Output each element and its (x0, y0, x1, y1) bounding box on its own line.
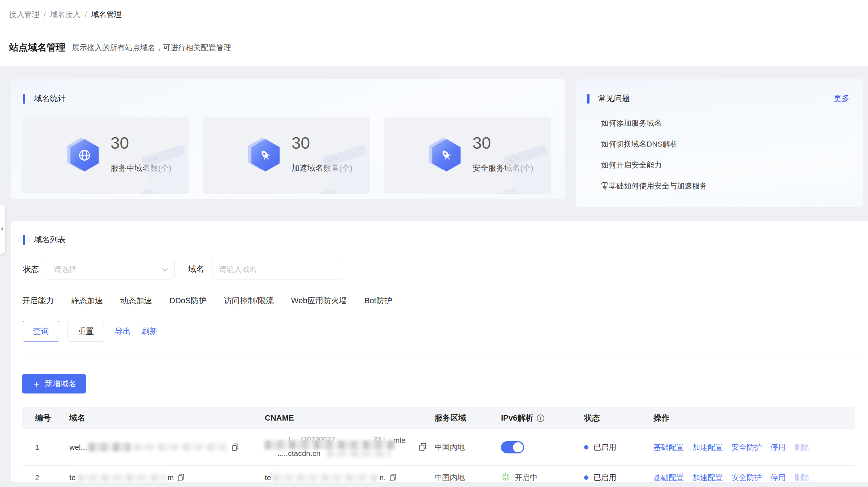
plus-icon: ＋ (32, 379, 41, 388)
faq-section-header: 常见问题 (587, 93, 630, 104)
cell-cname: te n. (265, 466, 435, 482)
domain-text: wel.., (69, 443, 87, 452)
delete-link-disabled[interactable]: 删除 (794, 473, 809, 482)
faq-more-link[interactable]: 更多 (834, 93, 850, 104)
stat-value-accelerated: 30 (292, 133, 310, 153)
rocket-hexagon-icon (251, 139, 280, 171)
copy-icon[interactable] (419, 443, 427, 452)
domain-table: 编号 域名 CNAME 服务区域 IPv6解析 i 状态 操作 1 wel.., (22, 407, 855, 482)
faq-item-beginner-guide[interactable]: 零基础如何使用安全与加速服务 (601, 175, 707, 196)
status-filter-label: 状态 (23, 264, 39, 275)
cell-status: 已启用 (584, 466, 653, 482)
sidebar-collapse-handle[interactable] (0, 205, 5, 254)
cell-actions: 基础配置 加速配置 安全防护 停用 删除 (653, 466, 855, 482)
ipv6-toggle-on[interactable] (501, 441, 524, 453)
breadcrumb-item-access-management[interactable]: 接入管理 (9, 9, 39, 19)
status-select[interactable]: 请选择 (47, 259, 174, 279)
domain-list-section-title: 域名列表 (34, 234, 66, 245)
acceleration-config-link[interactable]: 加速配置 (692, 442, 723, 452)
capability-option-static-acceleration[interactable]: 静态加速 (71, 295, 103, 306)
faq-item-add-domain[interactable]: 如何添加服务域名 (601, 113, 707, 134)
info-circle-icon[interactable]: i (537, 414, 544, 422)
breadcrumb-item-current-domain-management: 域名管理 (91, 9, 122, 19)
stat-label-security: 安全服务域名(个) (472, 163, 534, 174)
domain-search-input[interactable] (212, 259, 342, 279)
add-domain-button[interactable]: ＋ 新增域名 (22, 374, 86, 393)
export-link[interactable]: 导出 (115, 326, 131, 337)
filter-actions-row: 查询 重置 导出 刷新 (23, 321, 157, 342)
table-header-row: 编号 域名 CNAME 服务区域 IPv6解析 i 状态 操作 (22, 407, 855, 429)
capability-filter-row: 开启能力 静态加速 动态加速 DDoS防护 访问控制/限流 Web应用防火墙 B… (22, 292, 392, 309)
cell-index: 2 (22, 466, 69, 482)
cell-index: 1 (22, 429, 69, 465)
header-cname: CNAME (265, 407, 435, 429)
refresh-link[interactable]: 刷新 (142, 326, 157, 337)
globe-hexagon-icon (70, 139, 99, 171)
cell-cname: ··· t · t20220627 23.t mle .....ctacdn.c… (265, 429, 435, 465)
redacted-domain (134, 443, 227, 451)
cell-service-region: 中国内地 (435, 429, 501, 465)
rocket-hexagon-icon (432, 139, 461, 171)
copy-icon[interactable] (177, 474, 185, 482)
faq-item-enable-security[interactable]: 如何开启安全能力 (601, 155, 707, 175)
faq-item-switch-dns[interactable]: 如何切换域名DNS解析 (601, 134, 707, 155)
faq-list: 如何添加服务域名 如何切换域名DNS解析 如何开启安全能力 零基础如何使用安全与… (601, 113, 707, 196)
ipv6-loading-label: 开启中 (515, 473, 537, 482)
capability-option-access-control[interactable]: 访问控制/限流 (224, 295, 274, 306)
header-index: 编号 (22, 407, 69, 429)
breadcrumb-item-domain-access[interactable]: 域名接入 (50, 9, 81, 19)
stat-tile-serving-domains: 30 服务中域名数(个) (22, 117, 189, 194)
table-row: 1 wel.., ··· t · t20220627 23.t mle ....… (22, 429, 855, 466)
redacted-cname (327, 450, 391, 457)
capability-option-waf[interactable]: Web应用防火墙 (291, 295, 347, 306)
capability-option-dynamic-acceleration[interactable]: 动态加速 (120, 295, 152, 306)
copy-icon[interactable] (232, 443, 239, 451)
domain-stats-card: 域名统计 30 服务中域名数(个) (11, 79, 565, 199)
page-header: 站点域名管理 展示接入的所有站点域名，可进行相关配置管理 (0, 29, 868, 66)
redacted-domain (77, 474, 166, 482)
redacted-cname (273, 474, 377, 482)
domain-filter-label: 域名 (188, 264, 204, 275)
stats-section-header: 域名统计 (23, 93, 66, 104)
header-ipv6: IPv6解析 i (501, 407, 584, 429)
cell-domain: te m (69, 466, 265, 482)
capability-option-bot-protection[interactable]: Bot防护 (364, 295, 392, 306)
section-marker (23, 94, 25, 104)
acceleration-config-link[interactable]: 加速配置 (692, 473, 723, 482)
stat-tile-accelerated-domains: 30 加速域名数量(个) (203, 117, 370, 194)
page-subtitle: 展示接入的所有站点域名，可进行相关配置管理 (72, 43, 231, 53)
breadcrumb-separator: / (44, 10, 46, 19)
faq-section-title: 常见问题 (598, 93, 630, 104)
disable-link[interactable]: 停用 (770, 473, 786, 482)
capability-option-ddos-protection[interactable]: DDoS防护 (169, 295, 207, 306)
domain-list-section-header: 域名列表 (23, 234, 66, 245)
security-protection-link[interactable]: 安全防护 (731, 473, 762, 482)
reset-button[interactable]: 重置 (68, 321, 104, 342)
copy-icon[interactable] (389, 474, 397, 482)
cell-domain: wel.., (69, 429, 265, 465)
stat-label-serving: 服务中域名数(个) (111, 163, 172, 174)
section-marker (587, 94, 590, 104)
chevron-down-icon (162, 266, 168, 272)
stats-section-title: 域名统计 (34, 93, 66, 104)
status-dot (584, 475, 588, 480)
delete-link-disabled[interactable]: 删除 (794, 442, 809, 452)
redacted-cname (265, 440, 396, 449)
stat-value-security: 30 (472, 133, 491, 153)
breadcrumb-separator: / (85, 10, 87, 19)
domain-list-card: 域名列表 状态 请选择 域名 开启能力 静态加速 动态加速 DDoS防护 访问控… (11, 221, 868, 482)
capability-filter-label: 开启能力 (22, 295, 54, 306)
disable-link[interactable]: 停用 (770, 442, 786, 452)
header-status: 状态 (584, 407, 653, 429)
table-row: 2 te m te n. 中国内地 (22, 466, 855, 482)
basic-config-link[interactable]: 基础配置 (653, 442, 684, 452)
basic-config-link[interactable]: 基础配置 (653, 473, 684, 482)
query-button[interactable]: 查询 (23, 321, 59, 342)
cell-status: 已启用 (584, 429, 653, 465)
section-marker (23, 235, 25, 245)
cell-ipv6: 开启中 (501, 466, 584, 482)
header-actions: 操作 (653, 407, 855, 429)
security-protection-link[interactable]: 安全防护 (731, 442, 762, 452)
stat-tile-security-domains: 30 安全服务域名(个) (384, 117, 551, 194)
header-service-region: 服务区域 (435, 407, 501, 429)
